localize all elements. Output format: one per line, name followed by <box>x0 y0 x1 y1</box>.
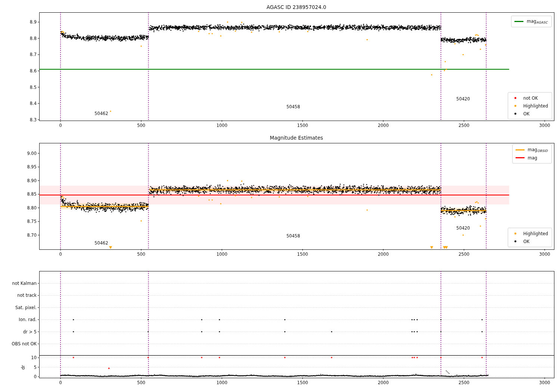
y-tick-label: 8.85 <box>27 192 37 197</box>
annotation-obsid: 50458 <box>286 104 300 109</box>
dr-tick-label: 5 <box>34 365 37 370</box>
legend-label: Highlighted <box>523 231 548 236</box>
x-tick-label: 1500 <box>297 123 308 128</box>
y-tick-label: 8.8 <box>30 36 37 41</box>
annotation-obsid: 50420 <box>456 96 470 102</box>
legend-row: magOBSID <box>516 146 548 154</box>
figure-canvas-area: AGASC ID 238957024.0 Magnitude Estimates… <box>0 0 560 392</box>
legend-row: not OK <box>511 94 548 102</box>
y-tick-label: 8.3 <box>30 117 37 122</box>
legend-point-types-top: not OK Highlighted OK <box>508 92 552 119</box>
y-tick-label: 8.6 <box>30 68 37 74</box>
x-tick-label: 3000 <box>539 123 550 128</box>
legend-line-swatch <box>516 149 525 150</box>
x-tick-label: 0 <box>59 252 62 257</box>
flag-label: not track <box>17 293 37 298</box>
legend-mag-lines: magOBSID mag <box>512 144 552 164</box>
dr-tick-label: 0 <box>34 374 37 379</box>
flag-label: OBS not OK <box>12 341 37 346</box>
y-tick-label: 8.80 <box>27 205 37 211</box>
y-tick-label: 8.90 <box>27 178 37 183</box>
annotation-obsid: 50462 <box>94 240 108 246</box>
legend-dot-swatch <box>511 105 520 107</box>
x-tick-label: 500 <box>137 252 145 257</box>
legend-point-types-middle: Highlighted OK <box>508 228 552 247</box>
chart-canvas <box>0 0 560 392</box>
x-tick-label: 0 <box>59 380 62 385</box>
annotation-obsid: 50420 <box>456 225 470 231</box>
x-tick-label: 1500 <box>297 380 308 385</box>
y-tick-label: 8.70 <box>27 233 37 238</box>
legend-row: Highlighted <box>511 230 548 237</box>
dr-tick-label: 10 <box>31 355 37 360</box>
legend-row: mag <box>516 154 548 162</box>
legend-label: mag <box>528 155 538 161</box>
legend-mag-agasc: magAGASC <box>511 16 552 27</box>
x-tick-label: 2500 <box>458 380 469 385</box>
top-plot-title: AGASC ID 238957024.0 <box>267 4 326 10</box>
y-tick-label: 9.00 <box>27 151 37 156</box>
flag-label: not Kalman <box>12 281 37 286</box>
x-tick-label: 2000 <box>378 123 389 128</box>
flag-label: Sat. pixel. <box>15 305 37 310</box>
legend-label: Highlighted <box>523 103 548 109</box>
middle-plot-title: Magnitude Estimates <box>270 135 323 141</box>
x-tick-label: 2000 <box>378 252 389 257</box>
legend-dot-swatch <box>511 233 520 234</box>
legend-row: magAGASC <box>514 18 548 25</box>
x-tick-label: 1000 <box>217 123 227 128</box>
annotation-obsid: 50458 <box>286 233 300 239</box>
legend-label: magOBSID <box>528 147 548 153</box>
x-tick-label: 2500 <box>458 252 469 257</box>
x-tick-label: 3000 <box>539 380 550 385</box>
x-tick-label: 1000 <box>217 252 227 257</box>
x-tick-label: 0 <box>59 123 62 128</box>
legend-label: OK <box>523 239 530 244</box>
legend-dot-swatch <box>511 97 520 99</box>
flag-label: dr > 5 <box>23 329 37 335</box>
x-tick-label: 3000 <box>539 252 550 257</box>
legend-label: magAGASC <box>527 19 548 24</box>
x-tick-label: 1000 <box>217 380 227 385</box>
x-tick-label: 2000 <box>378 380 389 385</box>
x-tick-label: 500 <box>137 380 145 385</box>
annotation-obsid: 50462 <box>94 111 108 116</box>
legend-row: OK <box>511 237 548 245</box>
y-tick-label: 8.75 <box>27 219 37 224</box>
dr-axis-label: dr <box>21 365 26 370</box>
x-tick-label: 500 <box>137 123 145 128</box>
legend-row: Highlighted <box>511 102 548 110</box>
y-tick-label: 8.5 <box>30 85 37 90</box>
legend-line-swatch <box>516 157 525 158</box>
legend-label: OK <box>523 111 530 116</box>
legend-label: not OK <box>523 96 538 101</box>
y-tick-label: 8.95 <box>27 164 37 169</box>
y-tick-label: 8.9 <box>30 19 37 25</box>
x-tick-label: 2500 <box>458 123 469 128</box>
x-tick-label: 1500 <box>297 252 308 257</box>
legend-dot-swatch <box>511 113 520 115</box>
flag-label: Ion. rad. <box>19 317 37 322</box>
legend-line-swatch <box>514 21 523 22</box>
legend-row: OK <box>511 110 548 118</box>
y-tick-label: 8.4 <box>30 101 37 106</box>
y-tick-label: 8.7 <box>30 52 37 57</box>
legend-dot-swatch <box>511 240 520 242</box>
